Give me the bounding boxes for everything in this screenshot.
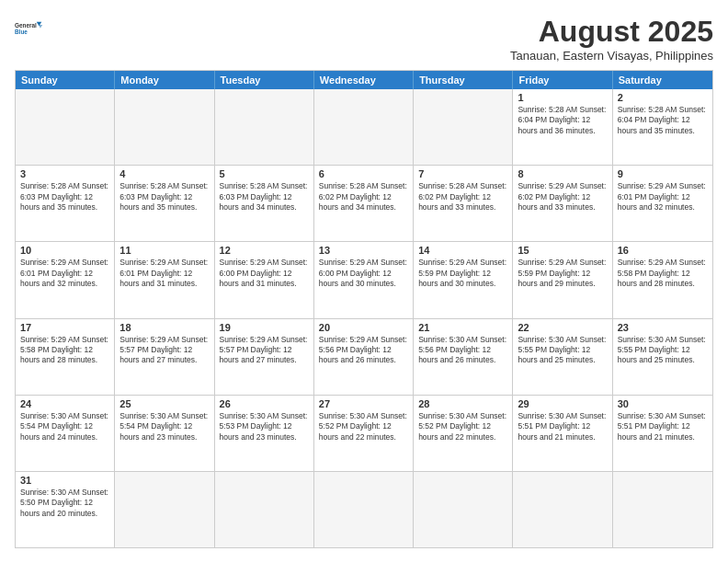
calendar-cell: 7Sunrise: 5:28 AM Sunset: 6:02 PM Daylig… [414,166,513,241]
day-number: 5 [220,168,309,179]
calendar-cell: 25Sunrise: 5:30 AM Sunset: 5:54 PM Dayli… [115,396,214,471]
calendar-cell: 21Sunrise: 5:30 AM Sunset: 5:56 PM Dayli… [414,319,513,395]
day-number: 27 [319,398,408,409]
header: GeneralBlue August 2025 Tanauan, Eastern… [15,15,713,63]
day-number: 21 [418,322,507,333]
svg-marker-3 [39,25,42,29]
calendar-cell: 12Sunrise: 5:29 AM Sunset: 6:00 PM Dayli… [215,242,314,317]
day-info: Sunrise: 5:29 AM Sunset: 6:00 PM Dayligh… [220,258,309,289]
day-info: Sunrise: 5:28 AM Sunset: 6:02 PM Dayligh… [418,181,507,213]
calendar-week-3: 17Sunrise: 5:29 AM Sunset: 5:58 PM Dayli… [16,318,712,395]
calendar-cell: 30Sunrise: 5:30 AM Sunset: 5:51 PM Dayli… [613,396,712,471]
day-info: Sunrise: 5:30 AM Sunset: 5:54 PM Dayligh… [20,411,109,442]
header-thursday: Thursday [414,71,513,89]
day-number: 4 [119,168,209,179]
svg-text:Blue: Blue [15,29,28,35]
day-info: Sunrise: 5:28 AM Sunset: 6:04 PM Dayligh… [618,105,708,136]
day-number: 3 [20,168,109,179]
day-info: Sunrise: 5:29 AM Sunset: 5:59 PM Dayligh… [418,258,507,289]
day-number: 2 [618,92,708,103]
header-friday: Friday [513,71,612,89]
day-number: 11 [119,245,209,256]
calendar-cell [115,472,214,547]
calendar-cell: 3Sunrise: 5:28 AM Sunset: 6:03 PM Daylig… [16,166,115,241]
day-info: Sunrise: 5:30 AM Sunset: 5:52 PM Dayligh… [319,411,408,442]
day-number: 9 [618,168,708,179]
day-info: Sunrise: 5:30 AM Sunset: 5:51 PM Dayligh… [618,411,708,442]
calendar-header: Sunday Monday Tuesday Wednesday Thursday… [16,71,712,89]
calendar-cell: 14Sunrise: 5:29 AM Sunset: 5:59 PM Dayli… [414,242,513,317]
day-info: Sunrise: 5:29 AM Sunset: 6:02 PM Dayligh… [518,181,607,213]
day-info: Sunrise: 5:28 AM Sunset: 6:03 PM Dayligh… [220,181,309,213]
day-number: 24 [20,398,109,409]
day-number: 26 [220,398,309,409]
calendar-cell: 17Sunrise: 5:29 AM Sunset: 5:58 PM Dayli… [16,319,115,395]
calendar-cell: 28Sunrise: 5:30 AM Sunset: 5:52 PM Dayli… [414,396,513,471]
calendar-cell: 16Sunrise: 5:29 AM Sunset: 5:58 PM Dayli… [613,242,712,317]
calendar-cell: 24Sunrise: 5:30 AM Sunset: 5:54 PM Dayli… [16,396,115,471]
calendar-week-4: 24Sunrise: 5:30 AM Sunset: 5:54 PM Dayli… [16,395,712,471]
day-info: Sunrise: 5:28 AM Sunset: 6:04 PM Dayligh… [518,105,607,136]
day-info: Sunrise: 5:30 AM Sunset: 5:55 PM Dayligh… [518,335,607,366]
day-number: 19 [220,322,309,333]
calendar-cell [215,472,314,547]
logo-icon: GeneralBlue [15,15,44,44]
calendar-cell: 19Sunrise: 5:29 AM Sunset: 5:57 PM Dayli… [215,319,314,395]
day-info: Sunrise: 5:29 AM Sunset: 5:57 PM Dayligh… [119,335,209,366]
calendar-cell: 9Sunrise: 5:29 AM Sunset: 6:01 PM Daylig… [613,166,712,241]
calendar-cell [16,89,115,165]
day-info: Sunrise: 5:30 AM Sunset: 5:56 PM Dayligh… [418,335,507,366]
day-info: Sunrise: 5:29 AM Sunset: 5:58 PM Dayligh… [618,258,708,289]
day-number: 25 [119,398,209,409]
day-info: Sunrise: 5:30 AM Sunset: 5:55 PM Dayligh… [618,335,708,366]
day-number: 12 [220,245,309,256]
day-info: Sunrise: 5:28 AM Sunset: 6:02 PM Dayligh… [319,181,408,213]
day-number: 10 [20,245,109,256]
calendar-cell [613,472,712,547]
day-info: Sunrise: 5:29 AM Sunset: 6:01 PM Dayligh… [20,258,109,289]
header-saturday: Saturday [613,71,712,89]
day-number: 15 [518,245,607,256]
day-info: Sunrise: 5:30 AM Sunset: 5:52 PM Dayligh… [418,411,507,442]
day-info: Sunrise: 5:29 AM Sunset: 5:58 PM Dayligh… [20,335,109,366]
day-info: Sunrise: 5:29 AM Sunset: 6:01 PM Dayligh… [119,258,209,289]
calendar-body: 1Sunrise: 5:28 AM Sunset: 6:04 PM Daylig… [16,89,712,547]
day-number: 22 [518,322,607,333]
day-number: 31 [20,475,109,486]
calendar-cell: 26Sunrise: 5:30 AM Sunset: 5:53 PM Dayli… [215,396,314,471]
page: GeneralBlue August 2025 Tanauan, Eastern… [0,0,728,563]
day-info: Sunrise: 5:30 AM Sunset: 5:54 PM Dayligh… [119,411,209,442]
calendar-cell: 22Sunrise: 5:30 AM Sunset: 5:55 PM Dayli… [513,319,612,395]
calendar-cell [215,89,314,165]
day-number: 20 [319,322,408,333]
calendar-cell: 10Sunrise: 5:29 AM Sunset: 6:01 PM Dayli… [16,242,115,317]
day-number: 6 [319,168,408,179]
day-info: Sunrise: 5:30 AM Sunset: 5:50 PM Dayligh… [20,488,109,519]
calendar-cell [414,89,513,165]
day-info: Sunrise: 5:29 AM Sunset: 5:56 PM Dayligh… [319,335,408,366]
header-sunday: Sunday [16,71,115,89]
day-info: Sunrise: 5:29 AM Sunset: 6:01 PM Dayligh… [618,181,708,213]
calendar-cell: 8Sunrise: 5:29 AM Sunset: 6:02 PM Daylig… [513,166,612,241]
calendar-cell: 4Sunrise: 5:28 AM Sunset: 6:03 PM Daylig… [115,166,214,241]
calendar-cell: 29Sunrise: 5:30 AM Sunset: 5:51 PM Dayli… [513,396,612,471]
day-info: Sunrise: 5:29 AM Sunset: 6:00 PM Dayligh… [319,258,408,289]
day-info: Sunrise: 5:28 AM Sunset: 6:03 PM Dayligh… [119,181,209,213]
day-number: 14 [418,245,507,256]
day-number: 29 [518,398,607,409]
calendar-cell: 1Sunrise: 5:28 AM Sunset: 6:04 PM Daylig… [513,89,612,165]
day-info: Sunrise: 5:30 AM Sunset: 5:51 PM Dayligh… [518,411,607,442]
calendar: Sunday Monday Tuesday Wednesday Thursday… [15,70,713,548]
calendar-cell [513,472,612,547]
day-info: Sunrise: 5:29 AM Sunset: 5:57 PM Dayligh… [220,335,309,366]
calendar-cell [314,472,414,547]
day-number: 1 [518,92,607,103]
day-number: 8 [518,168,607,179]
day-number: 7 [418,168,507,179]
calendar-week-0: 1Sunrise: 5:28 AM Sunset: 6:04 PM Daylig… [16,89,712,165]
day-number: 17 [20,322,109,333]
day-number: 30 [618,398,708,409]
logo: GeneralBlue [15,15,44,44]
day-number: 13 [319,245,408,256]
day-info: Sunrise: 5:30 AM Sunset: 5:53 PM Dayligh… [220,411,309,442]
